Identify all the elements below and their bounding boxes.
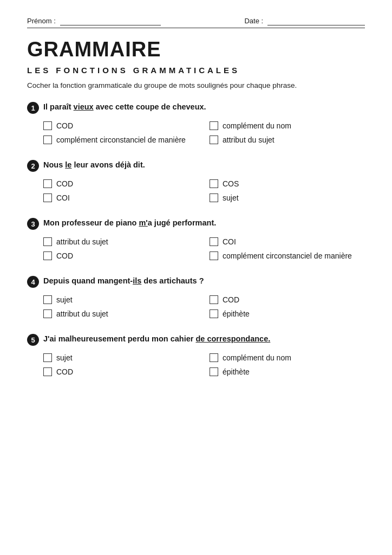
- checkbox-q4c[interactable]: [43, 309, 52, 318]
- label-q2c: COI: [56, 193, 70, 202]
- checkbox-q1b[interactable]: [210, 121, 218, 130]
- label-q3a: attribut du sujet: [56, 237, 108, 246]
- option-q2d[interactable]: sujet: [210, 193, 365, 202]
- main-title: GRAMMAIRE: [27, 38, 365, 61]
- label-q5c: COD: [56, 367, 73, 376]
- label-q4b: COD: [223, 295, 239, 304]
- checkbox-q4a[interactable]: [43, 295, 52, 304]
- option-q2b[interactable]: COS: [210, 179, 365, 188]
- header-row: Prénom : Date :: [27, 16, 365, 28]
- label-q2d: sujet: [223, 193, 239, 202]
- option-q2c[interactable]: COI: [43, 193, 199, 202]
- option-q3c[interactable]: COD: [43, 251, 199, 260]
- checkbox-q3d[interactable]: [210, 251, 218, 260]
- question-5-text: J'ai malheureusement perdu mon cahier de…: [43, 333, 270, 344]
- question-3-options: attribut du sujetCOICODcomplément circon…: [27, 237, 365, 260]
- date-label: Date :: [244, 17, 263, 25]
- label-q5d: épithète: [223, 367, 250, 376]
- question-2: 2Nous le leur avons déjà dit.CODCOSCOIsu…: [27, 159, 365, 202]
- question-4: 4Depuis quand mangent-ils des artichauts…: [27, 275, 365, 318]
- question-4-title: 4Depuis quand mangent-ils des artichauts…: [27, 275, 365, 288]
- prenom-field[interactable]: [60, 16, 161, 25]
- question-1: 1Il paraît vieux avec cette coupe de che…: [27, 101, 365, 144]
- question-2-title: 2Nous le leur avons déjà dit.: [27, 159, 365, 172]
- prenom-label: Prénom :: [27, 17, 56, 25]
- checkbox-q5b[interactable]: [210, 353, 218, 362]
- label-q2a: COD: [56, 179, 73, 188]
- label-q3c: COD: [56, 251, 73, 260]
- label-q4a: sujet: [56, 295, 73, 304]
- option-q4b[interactable]: COD: [210, 295, 365, 304]
- question-1-number: 1: [27, 102, 39, 114]
- option-q1a[interactable]: COD: [43, 121, 199, 130]
- option-q3b[interactable]: COI: [210, 237, 365, 246]
- question-2-text: Nous le leur avons déjà dit.: [43, 159, 145, 170]
- label-q4d: épithète: [223, 309, 250, 318]
- checkbox-q1c[interactable]: [43, 135, 52, 144]
- question-2-options: CODCOSCOIsujet: [27, 179, 365, 202]
- date-field[interactable]: [267, 16, 365, 25]
- question-2-number: 2: [27, 160, 39, 172]
- question-5-title: 5J'ai malheureusement perdu mon cahier d…: [27, 333, 365, 346]
- checkbox-q3c[interactable]: [43, 251, 52, 260]
- label-q1d: attribut du sujet: [223, 135, 275, 144]
- checkbox-q2a[interactable]: [43, 179, 52, 188]
- checkbox-q3b[interactable]: [210, 237, 218, 246]
- questions-container: 1Il paraît vieux avec cette coupe de che…: [27, 101, 365, 376]
- option-q4c[interactable]: attribut du sujet: [43, 309, 199, 318]
- question-4-options: sujetCODattribut du sujetépithète: [27, 295, 365, 318]
- checkbox-q2d[interactable]: [210, 193, 218, 202]
- checkbox-q2c[interactable]: [43, 193, 52, 202]
- checkbox-q5a[interactable]: [43, 353, 52, 362]
- subtitle: LES FONCTIONS GRAMMATICALES: [27, 66, 365, 75]
- option-q3d[interactable]: complément circonstanciel de manière: [210, 251, 365, 260]
- label-q3d: complément circonstanciel de manière: [223, 251, 352, 260]
- label-q5b: complément du nom: [223, 353, 291, 362]
- question-5: 5J'ai malheureusement perdu mon cahier d…: [27, 333, 365, 376]
- checkbox-q3a[interactable]: [43, 237, 52, 246]
- option-q1b[interactable]: complément du nom: [210, 121, 365, 130]
- label-q1b: complément du nom: [223, 121, 291, 130]
- label-q1c: complément circonstanciel de manière: [56, 135, 186, 144]
- checkbox-q1d[interactable]: [210, 135, 218, 144]
- checkbox-q5d[interactable]: [210, 367, 218, 376]
- option-q4a[interactable]: sujet: [43, 295, 199, 304]
- question-1-title: 1Il paraît vieux avec cette coupe de che…: [27, 101, 365, 114]
- question-4-text: Depuis quand mangent-ils des artichauts …: [43, 275, 204, 286]
- option-q5d[interactable]: épithète: [210, 367, 365, 376]
- question-5-number: 5: [27, 334, 39, 346]
- question-5-options: sujetcomplément du nomCODépithète: [27, 353, 365, 376]
- checkbox-q5c[interactable]: [43, 367, 52, 376]
- option-q1c[interactable]: complément circonstanciel de manière: [43, 135, 199, 144]
- option-q3a[interactable]: attribut du sujet: [43, 237, 199, 246]
- checkbox-q4b[interactable]: [210, 295, 218, 304]
- option-q1d[interactable]: attribut du sujet: [210, 135, 365, 144]
- question-3-title: 3Mon professeur de piano m'a jugé perfor…: [27, 217, 365, 230]
- question-3-text: Mon professeur de piano m'a jugé perform…: [43, 217, 216, 228]
- date-section: Date :: [244, 16, 365, 25]
- question-1-text: Il paraît vieux avec cette coupe de chev…: [43, 101, 206, 112]
- option-q4d[interactable]: épithète: [210, 309, 365, 318]
- checkbox-q2b[interactable]: [210, 179, 218, 188]
- question-4-number: 4: [27, 276, 39, 288]
- label-q3b: COI: [223, 237, 236, 246]
- prenom-section: Prénom :: [27, 16, 161, 25]
- option-q5a[interactable]: sujet: [43, 353, 199, 362]
- option-q2a[interactable]: COD: [43, 179, 199, 188]
- checkbox-q4d[interactable]: [210, 309, 218, 318]
- question-3-number: 3: [27, 218, 39, 230]
- label-q5a: sujet: [56, 353, 73, 362]
- label-q2b: COS: [223, 179, 239, 188]
- question-1-options: CODcomplément du nomcomplément circonsta…: [27, 121, 365, 144]
- option-q5b[interactable]: complément du nom: [210, 353, 365, 362]
- option-q5c[interactable]: COD: [43, 367, 199, 376]
- instructions: Cocher la fonction grammaticale du group…: [27, 81, 365, 89]
- label-q4c: attribut du sujet: [56, 309, 108, 318]
- question-3: 3Mon professeur de piano m'a jugé perfor…: [27, 217, 365, 260]
- label-q1a: COD: [56, 121, 73, 130]
- checkbox-q1a[interactable]: [43, 121, 52, 130]
